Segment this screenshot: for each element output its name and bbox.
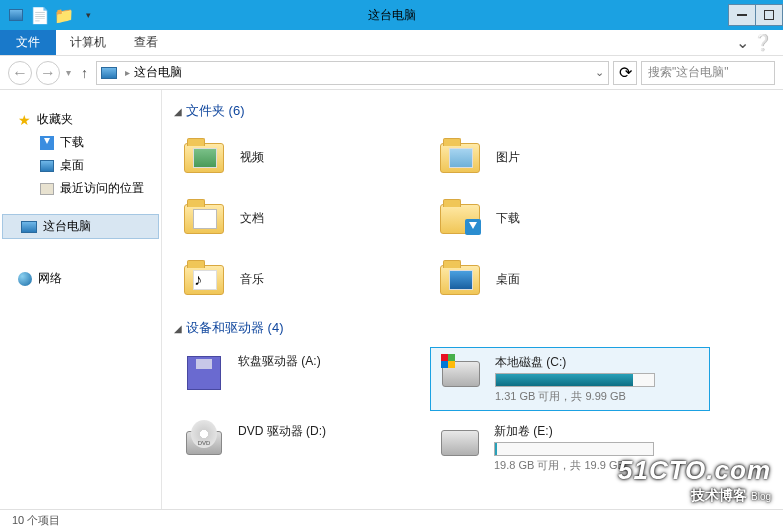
breadcrumb-location[interactable]: 这台电脑: [134, 64, 182, 81]
window-title: 这台电脑: [368, 7, 416, 24]
sidebar-favorites[interactable]: ★ 收藏夹: [0, 108, 161, 131]
maximize-button[interactable]: [755, 4, 783, 26]
breadcrumb-dropdown-icon[interactable]: ⌄: [595, 66, 604, 79]
folder-music[interactable]: ♪ 音乐: [174, 252, 430, 307]
qat-properties-icon[interactable]: 📄: [30, 5, 50, 25]
collapse-icon: ◢: [174, 106, 182, 117]
title-bar: 📄 📁 ▾ 这台电脑: [0, 0, 783, 30]
qat-newfolder-icon[interactable]: 📁: [54, 5, 74, 25]
folder-label: 桌面: [496, 271, 520, 288]
sidebar-item-downloads[interactable]: 下载: [0, 131, 161, 154]
history-dropdown-icon[interactable]: ▾: [64, 67, 73, 78]
folder-label: 下载: [496, 210, 520, 227]
harddisk-icon: [442, 361, 480, 387]
folder-label: 图片: [496, 149, 520, 166]
refresh-button[interactable]: ⟳: [613, 61, 637, 85]
drive-local-c[interactable]: 本地磁盘 (C:) 1.31 GB 可用，共 9.99 GB: [430, 347, 710, 411]
capacity-bar: [495, 373, 655, 387]
drive-label: 新加卷 (E:): [494, 423, 702, 440]
group-header-folders[interactable]: ◢ 文件夹 (6): [174, 102, 771, 120]
pc-icon: [21, 221, 37, 233]
group-title: 设备和驱动器 (4): [186, 319, 284, 337]
star-icon: ★: [18, 112, 31, 128]
sidebar-label: 这台电脑: [43, 218, 91, 235]
ribbon-tabs: 文件 计算机 查看 ⌄ ❔: [0, 30, 783, 56]
search-placeholder: 搜索"这台电脑": [648, 64, 729, 81]
system-menu-icon[interactable]: [6, 5, 26, 25]
address-bar[interactable]: ▸ 这台电脑 ⌄: [96, 61, 609, 85]
folder-icon: [440, 265, 480, 295]
drive-label: DVD 驱动器 (D:): [238, 423, 422, 440]
drive-capacity-text: 1.31 GB 可用，共 9.99 GB: [495, 389, 701, 404]
capacity-bar: [494, 442, 654, 456]
folders-grid: 视频 图片 文档 下载 ♪ 音乐 桌面: [174, 130, 771, 307]
breadcrumb-sep-icon: ▸: [121, 67, 134, 78]
download-icon: [40, 136, 54, 150]
qat-dropdown-icon[interactable]: ▾: [78, 5, 98, 25]
harddisk-icon: [441, 430, 479, 456]
back-button[interactable]: ←: [8, 61, 32, 85]
up-button[interactable]: ↑: [77, 65, 92, 81]
status-item-count: 10 个项目: [12, 513, 60, 528]
tab-view[interactable]: 查看: [120, 30, 172, 55]
folder-downloads[interactable]: 下载: [430, 191, 686, 246]
sidebar-item-recent[interactable]: 最近访问的位置: [0, 177, 161, 200]
folder-documents[interactable]: 文档: [174, 191, 430, 246]
search-input[interactable]: 搜索"这台电脑": [641, 61, 775, 85]
network-icon: [18, 272, 32, 286]
dvd-icon: [186, 431, 222, 455]
drive-label: 软盘驱动器 (A:): [238, 353, 422, 370]
folder-videos[interactable]: 视频: [174, 130, 430, 185]
drive-floppy-a[interactable]: 软盘驱动器 (A:): [174, 347, 430, 411]
folder-icon: [184, 143, 224, 173]
folder-label: 文档: [240, 210, 264, 227]
recent-icon: [40, 183, 54, 195]
desktop-icon: [40, 160, 54, 172]
file-tab[interactable]: 文件: [0, 30, 56, 55]
folder-label: 视频: [240, 149, 264, 166]
sidebar-label: 下载: [60, 134, 84, 151]
group-title: 文件夹 (6): [186, 102, 245, 120]
folder-icon: [440, 143, 480, 173]
folder-icon: [440, 204, 480, 234]
folder-label: 音乐: [240, 271, 264, 288]
sidebar-network[interactable]: 网络: [0, 267, 161, 290]
drive-dvd-d[interactable]: DVD 驱动器 (D:): [174, 417, 430, 479]
sidebar-item-desktop[interactable]: 桌面: [0, 154, 161, 177]
folder-icon: ♪: [184, 265, 224, 295]
sidebar-label: 网络: [38, 270, 62, 287]
drive-capacity-text: 19.8 GB 可用，共 19.9 GB: [494, 458, 702, 473]
folder-icon: [184, 204, 224, 234]
floppy-icon: [187, 356, 221, 390]
window-buttons: [729, 4, 783, 26]
drive-volume-e[interactable]: 新加卷 (E:) 19.8 GB 可用，共 19.9 GB: [430, 417, 710, 479]
minimize-button[interactable]: [728, 4, 756, 26]
collapse-icon: ◢: [174, 323, 182, 334]
folder-pictures[interactable]: 图片: [430, 130, 686, 185]
sidebar-this-pc[interactable]: 这台电脑: [2, 214, 159, 239]
sidebar-label: 桌面: [60, 157, 84, 174]
drive-label: 本地磁盘 (C:): [495, 354, 701, 371]
quick-access-toolbar: 📄 📁 ▾: [0, 5, 98, 25]
status-bar: 10 个项目: [0, 509, 783, 531]
navigation-pane: ★ 收藏夹 下载 桌面 最近访问的位置 这台电脑 网络: [0, 90, 162, 510]
forward-button[interactable]: →: [36, 61, 60, 85]
ribbon-expand-icon[interactable]: ⌄ ❔: [726, 30, 783, 55]
tab-computer[interactable]: 计算机: [56, 30, 120, 55]
group-header-drives[interactable]: ◢ 设备和驱动器 (4): [174, 319, 771, 337]
sidebar-label: 最近访问的位置: [60, 180, 144, 197]
main-area: ★ 收藏夹 下载 桌面 最近访问的位置 这台电脑 网络 ◢ 文件夹 (: [0, 90, 783, 510]
content-pane: ◢ 文件夹 (6) 视频 图片 文档 下载 ♪ 音乐: [162, 90, 783, 510]
sidebar-label: 收藏夹: [37, 111, 73, 128]
drives-grid: 软盘驱动器 (A:) 本地磁盘 (C:) 1.31 GB 可用，共 9.99 G…: [174, 347, 771, 479]
folder-desktop[interactable]: 桌面: [430, 252, 686, 307]
navigation-bar: ← → ▾ ↑ ▸ 这台电脑 ⌄ ⟳ 搜索"这台电脑": [0, 56, 783, 90]
pc-icon: [101, 67, 117, 79]
